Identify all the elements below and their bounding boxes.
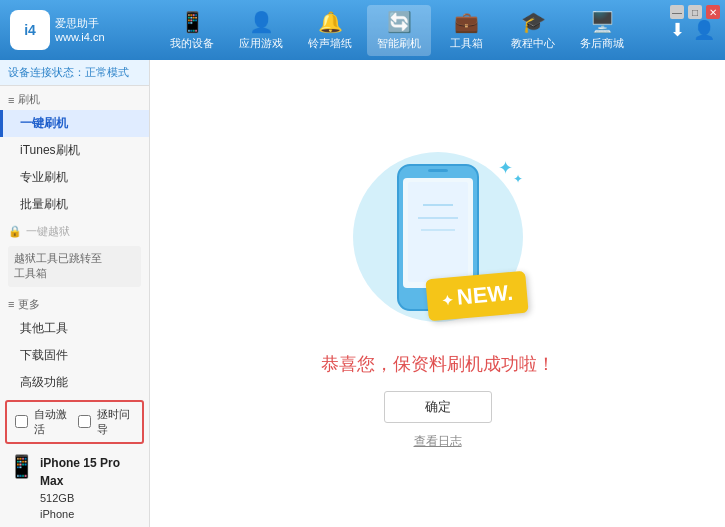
- device-phone-icon: 📱: [8, 454, 35, 480]
- sidebar-item-batch-flash[interactable]: 批量刷机: [0, 191, 149, 218]
- pro-flash-label: 专业刷机: [20, 170, 68, 184]
- view-log-link[interactable]: 查看日志: [414, 433, 462, 450]
- logo-text: 爱思助手 www.i4.cn: [55, 16, 105, 45]
- new-badge: NEW.: [426, 271, 529, 322]
- jailbreak-note: 越狱工具已跳转至工具箱: [8, 246, 141, 287]
- nav-toolbox-icon: 💼: [454, 10, 479, 34]
- device-details: iPhone 15 Pro Max 512GB iPhone: [40, 454, 141, 523]
- nav-smart-flash-icon: 🔄: [387, 10, 412, 34]
- other-tools-label: 其他工具: [20, 321, 68, 335]
- itunes-flash-label: iTunes刷机: [20, 143, 80, 157]
- sidebar-item-other-tools[interactable]: 其他工具: [0, 315, 149, 342]
- jailbreak-section-label: 🔒 一键越狱: [0, 218, 149, 242]
- nav-service-label: 务后商城: [580, 36, 624, 51]
- main: 设备连接状态：正常模式 ≡ 刷机 一键刷机 iTunes刷机 专业刷机 批量刷机…: [0, 60, 725, 527]
- nav-ringtone[interactable]: 🔔 铃声墙纸: [298, 5, 362, 56]
- nav-tutorial-label: 教程中心: [511, 36, 555, 51]
- success-message: 恭喜您，保资料刷机成功啦！: [321, 352, 555, 376]
- nav-smart-flash[interactable]: 🔄 智能刷机: [367, 5, 431, 56]
- nav-app-game-label: 应用游戏: [239, 36, 283, 51]
- jailbreak-note-text: 越狱工具已跳转至工具箱: [14, 252, 102, 279]
- phone-illustration: NEW. ✦ ✦: [338, 137, 538, 337]
- sidebar-item-pro-flash[interactable]: 专业刷机: [0, 164, 149, 191]
- nav-ringtone-icon: 🔔: [318, 10, 343, 34]
- header-right: ⬇ 👤: [670, 19, 715, 41]
- download-fw-label: 下载固件: [20, 348, 68, 362]
- user-button[interactable]: 👤: [693, 19, 715, 41]
- auto-activate-checkbox[interactable]: [15, 415, 28, 428]
- logo-line1: 爱思助手: [55, 16, 105, 30]
- nav-app-game-icon: 👤: [249, 10, 274, 34]
- jailbreak-section-text: 一键越狱: [26, 224, 70, 239]
- sidebar-item-one-key-flash[interactable]: 一键刷机: [0, 110, 149, 137]
- sparkle1-icon: ✦: [498, 157, 513, 179]
- logo-icon-text: i4: [24, 22, 36, 38]
- lock-icon: 🔒: [8, 225, 22, 238]
- sparkle2-icon: ✦: [513, 172, 523, 186]
- header: i4 爱思助手 www.i4.cn 📱 我的设备 👤 应用游戏 🔔 铃声墙纸 🔄: [0, 0, 725, 60]
- sidebar: 设备连接状态：正常模式 ≡ 刷机 一键刷机 iTunes刷机 专业刷机 批量刷机…: [0, 60, 150, 527]
- nav-toolbox-label: 工具箱: [450, 36, 483, 51]
- nav-app-game[interactable]: 👤 应用游戏: [229, 5, 293, 56]
- device-info: 📱 iPhone 15 Pro Max 512GB iPhone: [0, 448, 149, 527]
- flash-section-text: 刷机: [18, 92, 40, 107]
- backup-data-label[interactable]: 拯时问导: [97, 407, 135, 437]
- checkbox-row: 自动激活 拯时问导: [5, 400, 144, 444]
- svg-rect-4: [408, 182, 468, 282]
- status-value: 正常模式: [85, 66, 129, 78]
- more-section-icon: ≡: [8, 298, 14, 310]
- nav-tutorial[interactable]: 🎓 教程中心: [501, 5, 565, 56]
- confirm-button[interactable]: 确定: [384, 391, 492, 423]
- advanced-label: 高级功能: [20, 375, 68, 389]
- maximize-button[interactable]: □: [688, 5, 702, 19]
- sidebar-item-download-fw[interactable]: 下载固件: [0, 342, 149, 369]
- device-type: iPhone: [40, 506, 141, 523]
- logo-line2: www.i4.cn: [55, 30, 105, 44]
- device-storage: 512GB: [40, 490, 141, 507]
- logo-icon: i4: [10, 10, 50, 50]
- nav-my-device[interactable]: 📱 我的设备: [160, 5, 224, 56]
- device-name: iPhone 15 Pro Max: [40, 454, 141, 490]
- nav-items: 📱 我的设备 👤 应用游戏 🔔 铃声墙纸 🔄 智能刷机 💼 工具箱 🎓: [125, 5, 670, 56]
- nav-service[interactable]: 🖥️ 务后商城: [570, 5, 634, 56]
- auto-activate-label[interactable]: 自动激活: [34, 407, 72, 437]
- backup-data-checkbox[interactable]: [78, 415, 91, 428]
- one-key-flash-label: 一键刷机: [20, 116, 68, 130]
- nav-smart-flash-label: 智能刷机: [377, 36, 421, 51]
- flash-section-icon: ≡: [8, 94, 14, 106]
- nav-my-device-label: 我的设备: [170, 36, 214, 51]
- nav-tutorial-icon: 🎓: [521, 10, 546, 34]
- sidebar-status: 设备连接状态：正常模式: [0, 60, 149, 86]
- close-button[interactable]: ✕: [706, 5, 720, 19]
- nav-service-icon: 🖥️: [590, 10, 615, 34]
- content-area: NEW. ✦ ✦ 恭喜您，保资料刷机成功啦！ 确定 查看日志: [150, 60, 725, 527]
- window-controls: — □ ✕: [670, 5, 720, 19]
- success-message-text: 恭喜您，保资料刷机成功啦！: [321, 354, 555, 374]
- content-inner: NEW. ✦ ✦ 恭喜您，保资料刷机成功啦！ 确定 查看日志: [321, 137, 555, 450]
- nav-toolbox[interactable]: 💼 工具箱: [436, 5, 496, 56]
- sidebar-item-itunes-flash[interactable]: iTunes刷机: [0, 137, 149, 164]
- flash-section-label: ≡ 刷机: [0, 86, 149, 110]
- logo: i4 爱思助手 www.i4.cn: [10, 10, 105, 50]
- more-section-label: ≡ 更多: [0, 291, 149, 315]
- nav-ringtone-label: 铃声墙纸: [308, 36, 352, 51]
- nav-my-device-icon: 📱: [180, 10, 205, 34]
- sidebar-item-advanced[interactable]: 高级功能: [0, 369, 149, 396]
- status-label: 设备连接状态：: [8, 66, 85, 78]
- svg-rect-3: [428, 169, 448, 172]
- download-button[interactable]: ⬇: [670, 19, 685, 41]
- minimize-button[interactable]: —: [670, 5, 684, 19]
- batch-flash-label: 批量刷机: [20, 197, 68, 211]
- more-section-text: 更多: [18, 297, 40, 312]
